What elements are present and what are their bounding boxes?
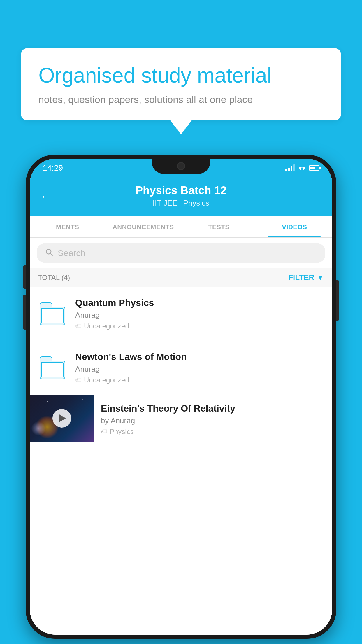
tab-videos[interactable]: VIDEOS — [257, 216, 333, 237]
play-button[interactable] — [52, 409, 71, 428]
tab-announcements[interactable]: ANNOUNCEMENTS — [106, 216, 181, 237]
status-icons: ▾▾ — [285, 164, 319, 172]
search-box[interactable]: Search — [37, 243, 325, 263]
list-item-video[interactable]: Einstein's Theory Of Relativity by Anura… — [30, 395, 332, 444]
batch-subtitle: IIT JEE Physics — [153, 199, 209, 208]
tag-label: Uncategorized — [84, 376, 129, 384]
search-container: Search — [30, 238, 332, 268]
phone-camera — [177, 162, 185, 170]
batch-subject: Physics — [183, 199, 210, 208]
item-author: Anurag — [75, 365, 324, 374]
batch-title: Physics Batch 12 — [136, 184, 227, 197]
app-header: ← Physics Batch 12 IIT JEE Physics — [30, 177, 332, 216]
search-icon — [45, 248, 53, 258]
speech-bubble-subtitle: notes, question papers, solutions all at… — [38, 94, 324, 105]
total-count: TOTAL (4) — [38, 274, 70, 282]
folder-icon-newton — [38, 353, 67, 382]
search-placeholder: Search — [58, 248, 85, 258]
item-title: Newton's Laws of Motion — [75, 351, 324, 362]
phone-button-left — [23, 265, 26, 289]
tag-icon: 🏷 — [101, 428, 107, 435]
signal-icon — [285, 164, 295, 172]
item-info-quantum: Quantum Physics Anurag 🏷 Uncategorized — [75, 298, 324, 330]
battery-icon — [309, 165, 319, 171]
phone-notch — [152, 159, 210, 174]
speech-bubble-title: Organised study material — [38, 63, 324, 88]
phone-screen: 14:29 ▾▾ ← Physics Batch 12 IIT JEE — [30, 159, 332, 635]
tag-icon: 🏷 — [75, 322, 82, 330]
item-info-newton: Newton's Laws of Motion Anurag 🏷 Uncateg… — [75, 351, 324, 384]
video-info-einstein: Einstein's Theory Of Relativity by Anura… — [94, 395, 332, 444]
tag-label: Physics — [110, 428, 134, 436]
item-author: Anurag — [75, 311, 324, 320]
tabs-bar: MENTS ANNOUNCEMENTS TESTS VIDEOS — [30, 216, 332, 238]
tag-icon: 🏷 — [75, 376, 82, 384]
item-tag: 🏷 Uncategorized — [75, 322, 324, 330]
phone-button-right — [336, 280, 339, 321]
filter-icon: ▼ — [317, 273, 324, 282]
back-button[interactable]: ← — [40, 190, 51, 203]
play-triangle-icon — [59, 414, 66, 422]
item-title: Quantum Physics — [75, 298, 324, 308]
video-thumbnail — [30, 395, 94, 442]
tab-ments[interactable]: MENTS — [30, 216, 106, 237]
video-tag: 🏷 Physics — [101, 428, 325, 436]
phone-wrapper: 14:29 ▾▾ ← Physics Batch 12 IIT JEE — [26, 155, 336, 639]
filter-label: FILTER — [288, 273, 314, 282]
content-list: Quantum Physics Anurag 🏷 Uncategorized — [30, 287, 332, 635]
filter-button[interactable]: FILTER ▼ — [288, 273, 324, 282]
list-item[interactable]: Newton's Laws of Motion Anurag 🏷 Uncateg… — [30, 341, 332, 395]
tag-label: Uncategorized — [84, 322, 129, 330]
batch-category: IIT JEE — [153, 199, 178, 208]
battery-fill — [310, 167, 315, 169]
folder-icon-quantum — [38, 299, 67, 328]
item-tag: 🏷 Uncategorized — [75, 376, 324, 384]
phone-device: 14:29 ▾▾ ← Physics Batch 12 IIT JEE — [26, 155, 336, 639]
phone-button-left2 — [23, 295, 26, 330]
tab-tests[interactable]: TESTS — [181, 216, 257, 237]
video-title: Einstein's Theory Of Relativity — [101, 403, 325, 414]
list-item[interactable]: Quantum Physics Anurag 🏷 Uncategorized — [30, 287, 332, 341]
speech-bubble-card: Organised study material notes, question… — [21, 48, 341, 120]
video-author: by Anurag — [101, 416, 325, 425]
filter-row: TOTAL (4) FILTER ▼ — [30, 268, 332, 287]
svg-line-1 — [50, 253, 52, 255]
status-time: 14:29 — [43, 163, 63, 173]
wifi-icon: ▾▾ — [298, 164, 305, 172]
